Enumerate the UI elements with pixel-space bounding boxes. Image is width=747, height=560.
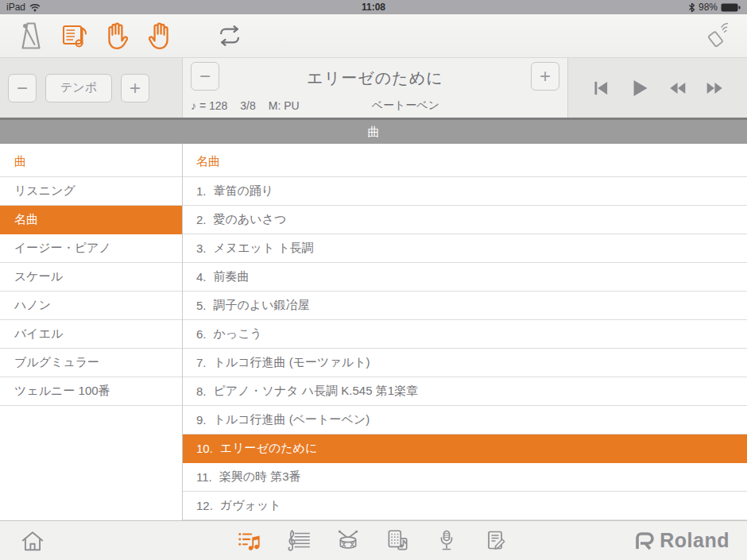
battery-icon [721, 3, 741, 12]
fast-forward-button[interactable] [703, 76, 727, 100]
score-button[interactable] [57, 19, 91, 52]
song-row-3[interactable]: 3.メヌエット ト長調 [183, 234, 747, 263]
roland-logo: Roland [633, 529, 730, 552]
sidebar-item-famous-songs[interactable]: 名曲 [0, 206, 182, 234]
sidebar-item-burgmuller[interactable]: ブルグミュラー [0, 349, 182, 377]
recorder-tab[interactable] [432, 526, 462, 556]
memo-tab[interactable] [481, 526, 511, 556]
song-list: 名曲 1.葦笛の踊り 2.愛のあいさつ 3.メヌエット ト長調 4.前奏曲 5.… [183, 144, 747, 520]
app-screen: iPad 11:08 98% [0, 0, 747, 560]
song-row-11[interactable]: 11.楽興の時 第3番 [183, 463, 747, 492]
next-song-button[interactable]: + [531, 62, 559, 91]
song-measure: M: PU [269, 99, 300, 112]
wireless-connect-icon [700, 20, 732, 52]
song-select-tab[interactable] [234, 526, 265, 556]
top-toolbar [0, 14, 747, 58]
rewind-button[interactable] [665, 76, 689, 100]
section-title: 曲 [368, 125, 380, 140]
battery-percent: 98% [699, 2, 718, 13]
song-time-signature: 3/8 [240, 99, 255, 112]
sidebar-item-beyer[interactable]: バイエル [0, 320, 182, 349]
song-row-5[interactable]: 5.調子のよい鍛冶屋 [183, 292, 747, 320]
skip-to-start-button[interactable] [589, 76, 613, 100]
tempo-button[interactable]: テンポ [45, 74, 112, 102]
roland-wordmark: Roland [660, 529, 730, 552]
metronome-icon [17, 20, 45, 52]
right-hand-button[interactable] [143, 19, 176, 52]
sidebar-item-scale[interactable]: スケール [0, 263, 182, 292]
left-hand-icon [103, 20, 131, 52]
fast-forward-icon [704, 78, 726, 98]
song-row-6[interactable]: 6.かっこう [183, 320, 747, 349]
song-row-7[interactable]: 7.トルコ行進曲 (モーツァルト) [183, 349, 747, 377]
home-button[interactable] [17, 526, 48, 556]
repeat-icon [217, 25, 242, 46]
flashcard-tab[interactable] [382, 526, 412, 556]
song-list-icon [236, 527, 263, 554]
transport-section [568, 58, 747, 118]
clock: 11:08 [0, 2, 747, 13]
sidebar-item-listening[interactable]: リスニング [0, 177, 182, 206]
rewind-icon [666, 78, 688, 98]
repeat-button[interactable] [213, 19, 246, 52]
sidebar-item-czerny-100[interactable]: ツェルニー 100番 [0, 377, 182, 406]
roland-mark-icon [633, 531, 656, 551]
wireless-connect-button[interactable] [699, 19, 733, 52]
play-icon [628, 77, 650, 99]
score-tab[interactable] [284, 526, 314, 556]
song-tempo-value: ♪ = 128 [191, 99, 227, 112]
song-info: ♪ = 128 3/8 M: PU [191, 99, 300, 112]
memo-icon [483, 527, 509, 554]
flashcard-icon [384, 527, 411, 554]
bottom-toolbar: Roland [0, 520, 747, 560]
tempo-section: − テンポ + [0, 58, 183, 118]
section-title-bar: 曲 [0, 120, 747, 144]
tempo-decrease-button[interactable]: − [8, 74, 37, 102]
song-title: エリーゼのために [219, 62, 531, 89]
left-hand-button[interactable] [100, 19, 134, 52]
song-section: − エリーゼのために + ♪ = 128 3/8 M: PU ベートーベン [183, 58, 568, 118]
skip-to-start-icon [590, 78, 611, 98]
staff-clef-icon [285, 527, 312, 554]
right-hand-icon [145, 20, 174, 52]
rhythm-tab[interactable] [333, 526, 363, 556]
tempo-increase-button[interactable]: + [121, 74, 149, 102]
category-sidebar: 曲 リスニング 名曲 イージー・ピアノ スケール ハノン バイエル ブルグミュラ… [0, 144, 183, 520]
sidebar-item-easy-piano[interactable]: イージー・ピアノ [0, 234, 182, 263]
song-row-10[interactable]: 10.エリーゼのために [183, 434, 747, 463]
status-bar: iPad 11:08 98% [0, 0, 747, 14]
song-row-1[interactable]: 1.葦笛の踊り [183, 177, 747, 206]
microphone-icon [434, 527, 459, 554]
sidebar-item-hanon[interactable]: ハノン [0, 292, 182, 320]
drum-icon [334, 528, 362, 554]
previous-song-button[interactable]: − [191, 62, 219, 91]
control-row: − テンポ + − エリーゼのために + ♪ = 128 3/8 M: PU ベ… [0, 58, 747, 118]
song-row-2[interactable]: 2.愛のあいさつ [183, 206, 747, 234]
song-row-4[interactable]: 4.前奏曲 [183, 263, 747, 292]
content-area: 曲 リスニング 名曲 イージー・ピアノ スケール ハノン バイエル ブルグミュラ… [0, 144, 747, 520]
song-row-12[interactable]: 12.ガヴォット [183, 492, 747, 520]
play-button[interactable] [627, 76, 651, 100]
song-row-8[interactable]: 8.ピアノ・ソナタ ハ長調 K.545 第1楽章 [183, 377, 747, 406]
bluetooth-icon [688, 2, 695, 13]
song-list-header: 名曲 [183, 144, 747, 177]
sidebar-header: 曲 [0, 144, 182, 177]
metronome-button[interactable] [14, 19, 48, 52]
home-icon [18, 528, 47, 554]
song-composer: ベートーベン [300, 98, 559, 113]
score-icon [59, 20, 89, 52]
song-row-9[interactable]: 9.トルコ行進曲 (ベートーベン) [183, 406, 747, 434]
